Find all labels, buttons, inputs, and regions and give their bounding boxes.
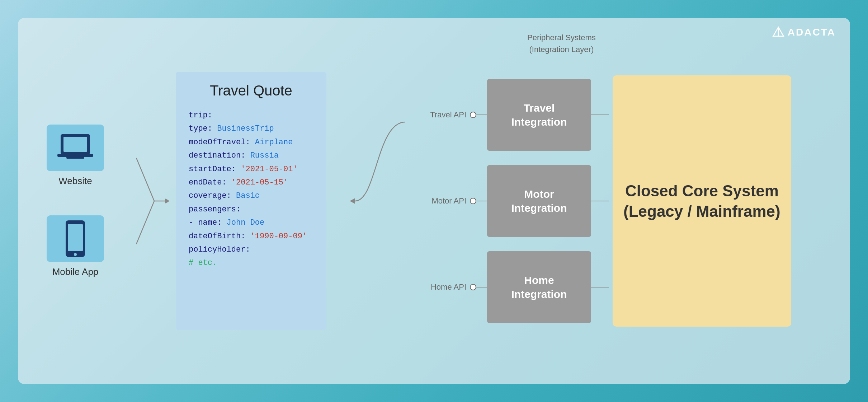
motor-api-row: Motor API MotorIntegration: [420, 165, 609, 237]
travel-integration-title: TravelIntegration: [511, 101, 567, 129]
quote-box: Travel Quote trip: type: BusinessTrip mo…: [176, 72, 326, 330]
mobile-label: Mobile App: [52, 266, 99, 277]
layout-row: Website Mobile App: [39, 32, 829, 370]
home-api-row: Home API HomeIntegration: [420, 251, 609, 323]
client-mobile: Mobile App: [47, 215, 104, 277]
logo: ADACTA: [772, 26, 836, 39]
motor-integration-box: MotorIntegration: [487, 165, 591, 237]
svg-point-8: [74, 253, 77, 256]
right-section: Travel API TravelIntegration Motor API M…: [348, 75, 829, 327]
svg-rect-3: [63, 137, 87, 152]
svg-line-9: [136, 158, 154, 201]
client-arrow: [133, 129, 169, 273]
home-integration-box: HomeIntegration: [487, 251, 591, 323]
svg-line-10: [136, 201, 154, 244]
motor-api-circle: [470, 198, 476, 204]
motor-api-label: Motor API: [420, 196, 466, 206]
mobile-icon-box: [47, 215, 104, 262]
client-to-quote-arrow: [133, 129, 169, 273]
home-api-line: [476, 287, 487, 288]
motor-api-line: [476, 201, 487, 201]
home-integration-title: HomeIntegration: [511, 273, 567, 301]
connector-svg: [348, 79, 420, 323]
travel-api-row: Travel API TravelIntegration: [420, 79, 609, 151]
quote-to-api-connector: [348, 79, 420, 323]
svg-rect-5: [66, 157, 84, 159]
website-label: Website: [58, 176, 92, 187]
phone-icon: [63, 219, 88, 258]
core-system-box: Closed Core System(Legacy / Mainframe): [613, 75, 791, 327]
code-block: trip: type: BusinessTrip modeOfTravel: A…: [189, 109, 313, 270]
motor-right-line: [591, 201, 609, 201]
quote-title: Travel Quote: [189, 83, 313, 99]
logo-text: ADACTA: [788, 27, 836, 38]
core-title: Closed Core System(Legacy / Mainframe): [623, 181, 780, 221]
travel-right-line: [591, 114, 609, 115]
website-icon-box: [47, 125, 104, 171]
travel-api-label: Travel API: [420, 110, 466, 120]
clients-column: Website Mobile App: [39, 125, 111, 277]
travel-api-circle: [470, 112, 476, 118]
api-integrations-column: Travel API TravelIntegration Motor API M…: [420, 79, 609, 323]
home-right-line: [591, 287, 609, 288]
svg-marker-13: [350, 198, 355, 204]
svg-rect-4: [57, 154, 93, 157]
home-api-label: Home API: [420, 282, 466, 292]
svg-marker-12: [165, 198, 169, 204]
client-website: Website: [47, 125, 104, 187]
peripheral-label: Peripheral Systems(Integration Layer): [527, 32, 596, 55]
logo-icon: [772, 26, 785, 39]
main-container: ADACTA Peripheral Systems(Integration La…: [18, 18, 850, 384]
code-trip-key: trip:: [189, 111, 212, 120]
home-api-circle: [470, 284, 476, 290]
laptop-icon: [56, 132, 95, 164]
travel-api-line: [476, 114, 487, 115]
motor-integration-title: MotorIntegration: [511, 187, 567, 215]
svg-rect-7: [68, 224, 83, 251]
travel-integration-box: TravelIntegration: [487, 79, 591, 151]
